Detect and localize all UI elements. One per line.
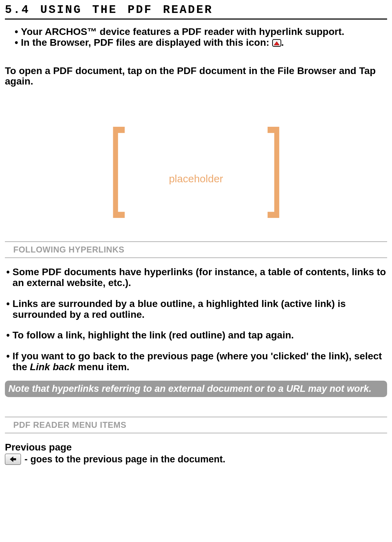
bullet-dot: •: [6, 330, 10, 340]
hyperlinks-bullet-1: • Some PDF documents have hyperlinks (fo…: [6, 266, 387, 288]
bullet-dot: •: [6, 351, 10, 373]
dash: -: [24, 454, 28, 465]
intro-bullet-1-text: Your ARCHOS™ device features a PDF reade…: [21, 27, 387, 37]
placeholder-figure: [ placeholder ]: [5, 129, 387, 199]
hyperlinks-bullet-2-text: Links are surrounded by a blue outline, …: [13, 298, 387, 320]
subheading-following-hyperlinks: FOLLOWING HYPERLINKS: [5, 241, 387, 258]
previous-page-title: Previous page: [5, 442, 387, 453]
intro-bullet-2-before: In the Browser, PDF files are displayed …: [21, 37, 272, 48]
placeholder-label: placeholder: [130, 173, 261, 185]
hyperlinks-bullet-3: • To follow a link, highlight the link (…: [6, 330, 387, 340]
intro-bullet-2: • In the Browser, PDF files are displaye…: [15, 37, 387, 48]
section-heading: 5.4 USING THE PDF READER: [5, 3, 387, 20]
previous-page-desc: goes to the previous page in the documen…: [30, 454, 225, 465]
hyperlinks-bullet-4: • If you want to go back to the previous…: [6, 351, 387, 373]
intro-bullet-1: • Your ARCHOS™ device features a PDF rea…: [15, 27, 387, 37]
intro-bullet-2-text: In the Browser, PDF files are displayed …: [21, 37, 387, 48]
hyperlinks-bullet-2: • Links are surrounded by a blue outline…: [6, 298, 387, 320]
bullet-dot: •: [6, 266, 10, 288]
hyperlinks-bullet-4-link-back: Link back: [30, 361, 75, 372]
bullet-dot: •: [15, 27, 18, 37]
bullet-dot: •: [6, 298, 10, 320]
bracket-left-icon: [: [109, 129, 125, 199]
hyperlinks-bullet-4-b: menu item.: [75, 361, 130, 372]
hyperlinks-bullet-4-text: If you want to go back to the previous p…: [13, 351, 387, 373]
bullet-dot: •: [15, 37, 18, 48]
subheading-pdf-menu-items: PDF READER MENU ITEMS: [5, 417, 387, 433]
bracket-right-icon: ]: [267, 129, 283, 199]
menu-item-previous-page: Previous page - goes to the previous pag…: [5, 442, 387, 465]
note-box: Note that hyperlinks referring to an ext…: [5, 381, 387, 397]
hyperlinks-list: • Some PDF documents have hyperlinks (fo…: [5, 258, 387, 373]
intro-list: • Your ARCHOS™ device features a PDF rea…: [5, 27, 387, 48]
open-paragraph: To open a PDF document, tap on the PDF d…: [5, 66, 387, 87]
hyperlinks-bullet-1-text: Some PDF documents have hyperlinks (for …: [13, 266, 387, 288]
hyperlinks-bullet-3-text: To follow a link, highlight the link (re…: [13, 330, 387, 340]
pdf-file-icon: [272, 39, 281, 47]
intro-bullet-2-after: .: [281, 37, 284, 48]
arrow-left-icon: [5, 454, 21, 465]
